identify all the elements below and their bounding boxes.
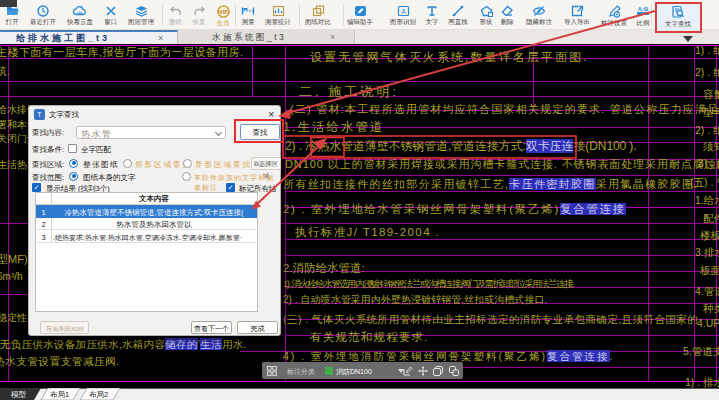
svg-text:A:B: A:B [638, 6, 649, 12]
svg-text:布局2: 布局2 [89, 390, 108, 399]
svg-text:布局1: 布局1 [50, 390, 69, 399]
svg-text:模型: 模型 [11, 390, 27, 399]
svg-text:A: A [401, 8, 406, 15]
